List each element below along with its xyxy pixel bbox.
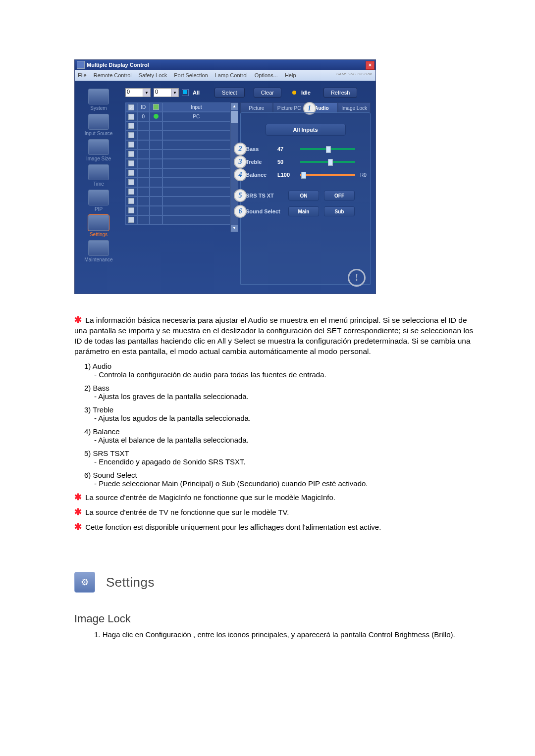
star-icon: ✱ (74, 506, 83, 517)
table-row[interactable] (125, 131, 230, 140)
app-window: Multiple Display Control × File Remote C… (74, 59, 376, 294)
check-icon[interactable]: ✓ (128, 104, 134, 110)
sound-main-button[interactable]: Main (288, 206, 319, 216)
select-button[interactable]: Select (214, 88, 245, 98)
slider-balance: 4 Balance L100 R0 (241, 168, 370, 181)
pip-icon (88, 190, 109, 205)
row-srs-tsxt: 5 SRS TS XT ON OFF (241, 188, 370, 203)
settings-icon (88, 215, 109, 231)
label-all: All (193, 90, 200, 96)
slider-thumb[interactable] (328, 159, 333, 166)
sidebar-item-image-size[interactable]: Image Size (79, 139, 118, 161)
sidebar-item-time[interactable]: Time (79, 164, 118, 187)
slider-label: Bass (246, 146, 277, 152)
srs-off-button[interactable]: OFF (324, 191, 355, 201)
combo-1[interactable]: 0▼ (125, 88, 151, 97)
callout-4: 4 (234, 168, 247, 181)
col-status (150, 102, 162, 112)
section-title: Settings (106, 575, 155, 590)
slider-value: 47 (277, 146, 295, 152)
warning-icon: ! (348, 269, 366, 287)
scroll-thumb[interactable] (231, 111, 238, 123)
list-item: 4) Balance- Ajusta el balance de la pant… (74, 427, 490, 444)
close-icon[interactable]: × (366, 61, 374, 70)
check-icon[interactable] (128, 160, 134, 166)
check-icon[interactable] (128, 132, 134, 138)
titlebar[interactable]: Multiple Display Control × (75, 60, 375, 70)
callout-3: 3 (234, 155, 247, 168)
menu-safety-lock[interactable]: Safety Lock (139, 72, 167, 78)
tab-image-lock[interactable]: Image Lock (338, 102, 371, 113)
srs-on-button[interactable]: ON (288, 191, 319, 201)
list-item: 3) Treble- Ajusta los agudos de la panta… (74, 405, 490, 422)
table-row[interactable] (125, 206, 230, 215)
all-inputs-button[interactable]: All Inputs (266, 124, 346, 136)
check-icon[interactable]: ✓ (128, 114, 134, 120)
clear-button[interactable]: Clear (254, 88, 281, 98)
table-row[interactable] (125, 187, 230, 197)
sidebar-item-pip[interactable]: PIP (79, 190, 118, 212)
sound-sub-button[interactable]: Sub (324, 206, 355, 216)
table-row[interactable]: ✓0PC (125, 112, 230, 121)
sidebar-item-input-source[interactable]: Input Source (79, 114, 118, 136)
system-icon (88, 89, 109, 104)
menu-help[interactable]: Help (285, 72, 296, 78)
settings-section-icon: ⚙ (74, 572, 95, 593)
menu-lamp-control[interactable]: Lamp Control (215, 72, 248, 78)
row-label: SRS TS XT (246, 193, 288, 199)
sidebar-item-system[interactable]: System (79, 89, 118, 111)
scroll-down-icon[interactable]: ▼ (231, 225, 238, 232)
check-icon[interactable] (128, 170, 134, 176)
table-row[interactable] (125, 150, 230, 159)
sidebar-item-maintenance[interactable]: Maintenance (79, 240, 118, 262)
slider-thumb[interactable] (326, 146, 331, 153)
combo-2[interactable]: 0▼ (154, 88, 179, 97)
check-icon[interactable] (128, 151, 134, 157)
chevron-down-icon[interactable]: ▼ (171, 88, 179, 97)
menu-remote-control[interactable]: Remote Control (94, 72, 132, 78)
idle-dot-icon (292, 91, 296, 95)
sidebar-item-settings[interactable]: Settings (79, 215, 118, 237)
window-title: Multiple Display Control (87, 62, 149, 68)
checkbox-all[interactable] (182, 89, 189, 96)
slider-thumb[interactable] (301, 172, 306, 179)
slider-track[interactable] (300, 161, 355, 163)
table-row[interactable] (125, 215, 230, 225)
table-row[interactable] (125, 178, 230, 187)
input-source-icon (88, 114, 109, 130)
menu-options[interactable]: Options... (255, 72, 278, 78)
tab-picture-pc[interactable]: Picture PC (273, 102, 306, 113)
status-header-icon (153, 104, 159, 110)
table-row[interactable] (125, 168, 230, 178)
menu-file[interactable]: File (78, 72, 87, 78)
menu-port-selection[interactable]: Port Selection (174, 72, 208, 78)
star-icon: ✱ (74, 521, 83, 532)
app-icon (77, 61, 85, 69)
check-icon[interactable] (128, 189, 134, 195)
tab-audio[interactable]: 1Audio (306, 102, 338, 113)
slider-track[interactable] (300, 148, 355, 150)
chevron-down-icon[interactable]: ▼ (143, 88, 151, 97)
check-icon[interactable] (128, 123, 134, 129)
table-row[interactable] (125, 197, 230, 206)
check-icon[interactable] (128, 217, 134, 223)
slider-track[interactable] (300, 174, 355, 176)
check-icon[interactable] (128, 207, 134, 213)
tab-picture[interactable]: Picture (240, 102, 273, 113)
check-icon[interactable] (128, 142, 134, 148)
slider-value: L100 (277, 172, 295, 178)
table-row[interactable] (125, 121, 230, 131)
table-row[interactable] (125, 159, 230, 168)
toolbar: 0▼ 0▼ All Select Clear Idle Refresh (125, 87, 371, 99)
check-icon[interactable] (128, 198, 134, 204)
refresh-button[interactable]: Refresh (323, 88, 358, 98)
subsection-title: Image Lock (74, 612, 490, 625)
callout-5: 5 (234, 189, 247, 202)
slider-treble: 3 Treble 50 (241, 155, 370, 168)
scroll-up-icon[interactable]: ▲ (231, 103, 238, 110)
brand-label: SAMSUNG DIGITall (336, 72, 372, 76)
table-row[interactable] (125, 140, 230, 150)
check-icon[interactable] (128, 179, 134, 185)
callout-6: 6 (234, 205, 247, 218)
note-line: ✱ La source d'entrée de TV ne fonctionne… (74, 506, 490, 517)
